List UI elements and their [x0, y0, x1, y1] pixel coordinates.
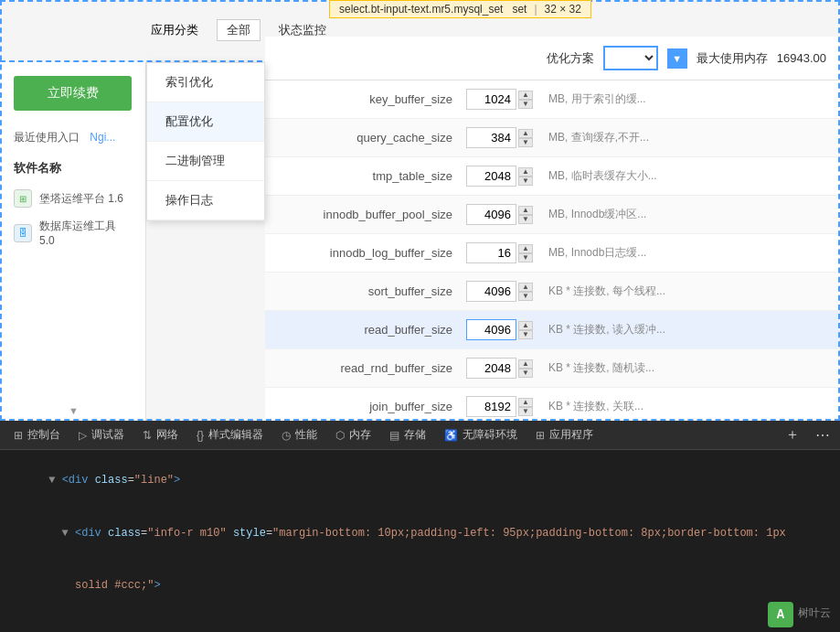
config-input-5[interactable] — [466, 281, 516, 302]
config-value-wrap-1: ▲ ▼ — [466, 127, 539, 148]
spinner-down-2[interactable]: ▼ — [518, 177, 533, 186]
config-desc-6: KB * 连接数, 读入缓冲... — [539, 322, 840, 337]
config-desc-4: MB, Innodb日志缓... — [539, 245, 840, 261]
config-desc-5: KB * 连接数, 每个线程... — [539, 284, 840, 299]
select-dropdown-arrow[interactable]: ▼ — [667, 48, 687, 69]
logo-text: 树叶云 — [798, 605, 831, 623]
devtools-tab-a11y[interactable]: ♿ 无障碍环境 — [435, 421, 526, 450]
tooltip-separator: | — [534, 3, 537, 16]
spinner-up-4[interactable]: ▲ — [518, 244, 533, 253]
spinner-down-1[interactable]: ▼ — [518, 138, 533, 147]
spinner-down-0[interactable]: ▼ — [518, 100, 533, 109]
config-spinner-6: ▲ ▼ — [518, 321, 533, 339]
mem-tab-label: 内存 — [349, 427, 371, 443]
devtools-tab-network[interactable]: ⇅ 网络 — [133, 421, 187, 450]
devtools-code-area[interactable]: ▼ <div class="line"> ▼ <div class="info-… — [0, 450, 840, 632]
spinner-down-4[interactable]: ▼ — [518, 253, 533, 262]
spinner-up-7[interactable]: ▲ — [518, 359, 533, 369]
logo-icon: A — [768, 602, 793, 627]
menu-item-index-opt[interactable]: 索引优化 — [147, 63, 264, 102]
mem-icon: ⬡ — [335, 429, 345, 442]
console-icon: ▷ — [79, 429, 87, 442]
code-line-3: solid #ccc;"> — [9, 560, 831, 613]
devtools-tab-apps[interactable]: ⊞ 应用程序 — [526, 421, 602, 450]
devtools-tab-console[interactable]: ▷ 调试器 — [69, 421, 133, 450]
config-input-1[interactable] — [466, 127, 516, 148]
element-tooltip: select.bt-input-text.mr5.mysql_set set |… — [329, 0, 591, 18]
table-row: innodb_log_buffer_size ▲ ▼ MB, Innodb日志缓… — [265, 234, 840, 273]
menu-item-config-opt[interactable]: 配置优化 — [147, 102, 264, 142]
spinner-up-5[interactable]: ▲ — [518, 283, 533, 292]
renew-button[interactable]: 立即续费 — [14, 76, 132, 111]
tooltip-text: select.bt-input-text.mr5.mysql_set — [339, 3, 503, 16]
left-sidebar: 立即续费 最近使用入口 Ngi... 软件名称 ⊞ 堡塔运维平台 1.6 🗄 数… — [0, 62, 146, 421]
spinner-up-0[interactable]: ▲ — [518, 91, 533, 100]
spinner-down-5[interactable]: ▼ — [518, 292, 533, 301]
arrow-icon: ▼ — [48, 474, 61, 487]
opt-label: 优化方案 — [547, 50, 594, 67]
config-value-wrap-4: ▲ ▼ — [466, 242, 539, 263]
spinner-up-1[interactable]: ▲ — [518, 129, 533, 138]
sidebar-arrow[interactable]: ▼ — [69, 405, 79, 416]
a11y-tab-label: 无障碍环境 — [463, 427, 517, 443]
devtools-add-btn[interactable]: ＋ — [780, 423, 805, 448]
config-input-2[interactable] — [466, 166, 516, 187]
spinner-up-8[interactable]: ▲ — [518, 398, 533, 407]
devtools-tab-mem[interactable]: ⬡ 内存 — [326, 421, 380, 450]
config-name-1: query_cache_size — [265, 131, 466, 145]
spinner-up-2[interactable]: ▲ — [518, 167, 533, 177]
config-name-2: tmp_table_size — [265, 169, 466, 183]
config-input-4[interactable] — [466, 242, 516, 263]
menu-panel: 索引优化 配置优化 二进制管理 操作日志 — [146, 62, 265, 221]
devtools-panel: ⊞ 控制台 ▷ 调试器 ⇅ 网络 {} 样式编辑器 ◷ 性能 ⬡ 内存 ▤ 存储… — [0, 421, 840, 632]
config-value-wrap-5: ▲ ▼ — [466, 281, 539, 302]
software-name-1: 堡塔运维平台 1.6 — [39, 191, 123, 207]
spinner-up-6[interactable]: ▲ — [518, 321, 533, 330]
devtools-actions: ＋ ⋯ — [780, 423, 835, 448]
spinner-up-3[interactable]: ▲ — [518, 206, 533, 215]
spinner-down-3[interactable]: ▼ — [518, 215, 533, 224]
config-value-wrap-2: ▲ ▼ — [466, 166, 539, 187]
platform-icon: ⊞ — [14, 189, 32, 208]
devtools-tab-storage[interactable]: ▤ 存储 — [380, 421, 435, 450]
max-mem-label: 最大使用内存 — [696, 50, 768, 67]
menu-item-operation-log[interactable]: 操作日志 — [147, 181, 264, 220]
perf-icon: ◷ — [282, 429, 291, 442]
config-input-6[interactable] — [466, 319, 516, 340]
config-spinner-2: ▲ ▼ — [518, 167, 533, 186]
max-mem-value: 16943.00 — [777, 51, 826, 65]
storage-tab-label: 存储 — [404, 427, 426, 443]
spinner-down-8[interactable]: ▼ — [518, 407, 533, 416]
config-input-8[interactable] — [466, 396, 516, 417]
code-line-2: ▼ <div class="info-r m10" style="margin-… — [9, 508, 831, 561]
elements-tab-label: 控制台 — [27, 427, 60, 443]
software-item-2: 🗄 数据库运维工具 5.0 — [14, 213, 132, 252]
spinner-down-7[interactable]: ▼ — [518, 369, 533, 378]
config-spinner-8: ▲ ▼ — [518, 398, 533, 416]
table-row: query_cache_size ▲ ▼ MB, 查询缓存,不开... — [265, 119, 840, 157]
devtools-settings-btn[interactable]: ⋯ — [810, 423, 835, 448]
spinner-down-6[interactable]: ▼ — [518, 330, 533, 339]
config-input-7[interactable] — [466, 358, 516, 379]
devtools-tab-style[interactable]: {} 样式编辑器 — [187, 421, 272, 450]
config-spinner-3: ▲ ▼ — [518, 206, 533, 224]
opt-scheme-select[interactable] — [603, 46, 658, 70]
devtools-tab-elements[interactable]: ⊞ 控制台 — [5, 421, 69, 450]
config-value-wrap-6: ▲ ▼ — [466, 319, 539, 340]
network-tab-label: 网络 — [156, 427, 178, 443]
content-area: 优化方案 ▼ 最大使用内存 16943.00 key_buffer_size ▲… — [265, 37, 840, 421]
config-spinner-5: ▲ ▼ — [518, 283, 533, 301]
config-value-wrap-7: ▲ ▼ — [466, 358, 539, 379]
devtools-tab-perf[interactable]: ◷ 性能 — [272, 421, 326, 450]
config-input-3[interactable] — [466, 204, 516, 225]
storage-icon: ▤ — [389, 429, 399, 442]
menu-item-binary-mgmt[interactable]: 二进制管理 — [147, 142, 264, 181]
table-row: innodb_buffer_pool_size ▲ ▼ MB, Innodb缓冲… — [265, 196, 840, 234]
software-name-2: 数据库运维工具 5.0 — [39, 219, 132, 247]
app-category-label: 应用分类 — [151, 22, 198, 38]
config-input-0[interactable] — [466, 89, 516, 110]
apps-icon: ⊞ — [536, 429, 545, 442]
table-row: join_buffer_size ▲ ▼ KB * 连接数, 关联... — [265, 388, 840, 421]
apps-tab-label: 应用程序 — [549, 427, 593, 443]
software-section: 软件名称 ⊞ 堡塔运维平台 1.6 🗄 数据库运维工具 5.0 — [0, 160, 145, 252]
